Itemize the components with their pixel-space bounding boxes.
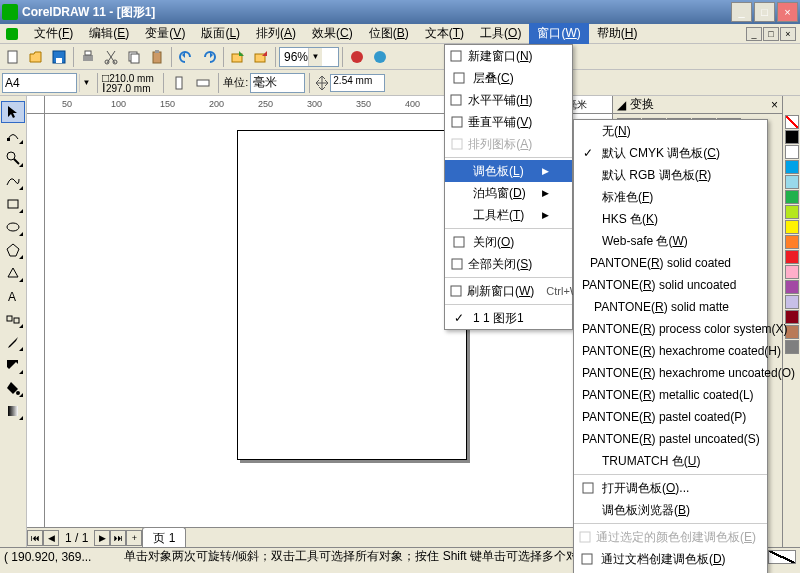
color-swatch[interactable] — [785, 130, 799, 144]
color-swatch[interactable] — [785, 250, 799, 264]
page-width-input[interactable]: 210.0 mm — [109, 73, 159, 83]
menu-item[interactable]: HKS 色(K) — [574, 208, 767, 230]
rectangle-tool[interactable] — [1, 193, 25, 215]
close-button[interactable]: × — [777, 2, 798, 22]
page-height-input[interactable]: 297.0 mm — [106, 83, 156, 93]
print-button[interactable] — [77, 46, 99, 68]
menu-item[interactable]: PANTONE(R) metallic coated(L) — [574, 384, 767, 406]
paper-dropdown-icon[interactable]: ▼ — [79, 74, 93, 92]
menu-item[interactable]: 水平平铺(H) — [445, 89, 572, 111]
text-tool[interactable]: A — [1, 285, 25, 307]
menu-item[interactable]: 垂直平铺(V) — [445, 111, 572, 133]
color-swatch[interactable] — [785, 190, 799, 204]
page-next-button[interactable]: ▶ — [94, 530, 110, 546]
page-add-button[interactable]: + — [126, 530, 142, 546]
menu-item[interactable]: ✓1 1 图形1 — [445, 307, 572, 329]
interactive-blend-tool[interactable] — [1, 308, 25, 330]
menu-编辑[interactable]: 编辑(E) — [81, 23, 137, 44]
menu-item[interactable]: 层叠(C) — [445, 67, 572, 89]
color-swatch[interactable] — [785, 265, 799, 279]
menu-item[interactable]: 标准色(F) — [574, 186, 767, 208]
color-swatch[interactable] — [785, 280, 799, 294]
menu-item[interactable]: PANTONE(R) process color system(X) — [574, 318, 767, 340]
cut-button[interactable] — [100, 46, 122, 68]
color-swatch[interactable] — [785, 115, 799, 129]
menu-item[interactable]: 打开调色板(O)... — [574, 477, 767, 499]
menu-item[interactable]: 全部关闭(S) — [445, 253, 572, 275]
color-swatch[interactable] — [785, 205, 799, 219]
app-launcher-button[interactable] — [346, 46, 368, 68]
mdi-close-button[interactable]: × — [780, 27, 796, 41]
menu-item[interactable]: PANTONE(R) hexachrome coated(H) — [574, 340, 767, 362]
menu-item[interactable]: 刷新窗口(W)Ctrl+W — [445, 280, 572, 302]
fill-tool[interactable] — [1, 377, 25, 399]
menu-item[interactable]: 工具栏(T)▶ — [445, 204, 572, 226]
menu-item[interactable]: PANTONE(R) hexachrome uncoated(O) — [574, 362, 767, 384]
menu-item[interactable]: 无(N) — [574, 120, 767, 142]
outline-tool[interactable] — [1, 354, 25, 376]
save-button[interactable] — [48, 46, 70, 68]
redo-button[interactable] — [198, 46, 220, 68]
menu-文件[interactable]: 文件(F) — [26, 23, 81, 44]
menu-item[interactable]: 调色板(L)▶ — [445, 160, 572, 182]
ruler-origin[interactable] — [27, 96, 45, 114]
maximize-button[interactable]: □ — [754, 2, 775, 22]
menu-item[interactable]: 关闭(O) — [445, 231, 572, 253]
menu-item[interactable]: TRUMATCH 色(U) — [574, 450, 767, 472]
menu-item[interactable]: PANTONE(R) pastel coated(P) — [574, 406, 767, 428]
color-swatch[interactable] — [785, 175, 799, 189]
polygon-tool[interactable] — [1, 239, 25, 261]
color-swatch[interactable] — [785, 145, 799, 159]
pick-tool[interactable] — [1, 101, 25, 123]
menu-版面[interactable]: 版面(L) — [193, 23, 248, 44]
eyedropper-tool[interactable] — [1, 331, 25, 353]
menu-文本[interactable]: 文本(T) — [417, 23, 472, 44]
mdi-minimize-button[interactable]: _ — [746, 27, 762, 41]
menu-item[interactable]: PANTONE(R) pastel uncoated(S) — [574, 428, 767, 450]
vertical-ruler[interactable] — [27, 114, 45, 527]
undo-button[interactable] — [175, 46, 197, 68]
menu-item[interactable]: Web-safe 色(W) — [574, 230, 767, 252]
nudge-distance-input[interactable]: 2.54 mm — [330, 74, 385, 92]
new-button[interactable] — [2, 46, 24, 68]
interactive-fill-tool[interactable] — [1, 400, 25, 422]
page-last-button[interactable]: ⏭ — [110, 530, 126, 546]
menu-工具[interactable]: 工具(O) — [472, 23, 529, 44]
status-outline-swatch[interactable] — [768, 550, 796, 564]
minimize-button[interactable]: _ — [731, 2, 752, 22]
mdi-restore-button[interactable]: □ — [763, 27, 779, 41]
menu-item[interactable]: ✓默认 CMYK 调色板(C) — [574, 142, 767, 164]
color-swatch[interactable] — [785, 295, 799, 309]
menu-item[interactable]: PANTONE(R) solid uncoated — [574, 274, 767, 296]
corel-online-button[interactable] — [369, 46, 391, 68]
paper-size-select[interactable]: A4 — [2, 73, 77, 93]
basic-shapes-tool[interactable] — [1, 262, 25, 284]
ellipse-tool[interactable] — [1, 216, 25, 238]
menu-item[interactable]: 默认 RGB 调色板(R) — [574, 164, 767, 186]
color-swatch[interactable] — [785, 235, 799, 249]
import-button[interactable] — [227, 46, 249, 68]
menu-item[interactable]: PANTONE(R) solid coated — [574, 252, 767, 274]
freehand-tool[interactable] — [1, 170, 25, 192]
menu-item[interactable]: 调色板浏览器(B) — [574, 499, 767, 521]
menu-item[interactable]: 新建窗口(N) — [445, 45, 572, 67]
menu-效果[interactable]: 效果(C) — [304, 23, 361, 44]
units-select[interactable]: 毫米 — [250, 73, 305, 93]
page-tab-current[interactable]: 页 1 — [142, 527, 186, 548]
landscape-button[interactable] — [192, 72, 214, 94]
menu-item[interactable]: 泊坞窗(D)▶ — [445, 182, 572, 204]
color-swatch[interactable] — [785, 220, 799, 234]
menu-排列[interactable]: 排列(A) — [248, 23, 304, 44]
menu-帮助[interactable]: 帮助(H) — [589, 23, 646, 44]
menu-item[interactable]: PANTONE(R) solid matte — [574, 296, 767, 318]
menu-变量[interactable]: 变量(V) — [137, 23, 193, 44]
open-button[interactable] — [25, 46, 47, 68]
portrait-button[interactable] — [168, 72, 190, 94]
docker-close-button[interactable]: × — [771, 98, 778, 112]
page-first-button[interactable]: ⏮ — [27, 530, 43, 546]
zoom-input[interactable]: 96%▼ — [279, 47, 339, 67]
menu-窗口[interactable]: 窗口(W) — [529, 23, 588, 44]
menu-item[interactable]: 通过文档创建调色板(D) — [574, 548, 767, 570]
page-prev-button[interactable]: ◀ — [43, 530, 59, 546]
menu-位图[interactable]: 位图(B) — [361, 23, 417, 44]
